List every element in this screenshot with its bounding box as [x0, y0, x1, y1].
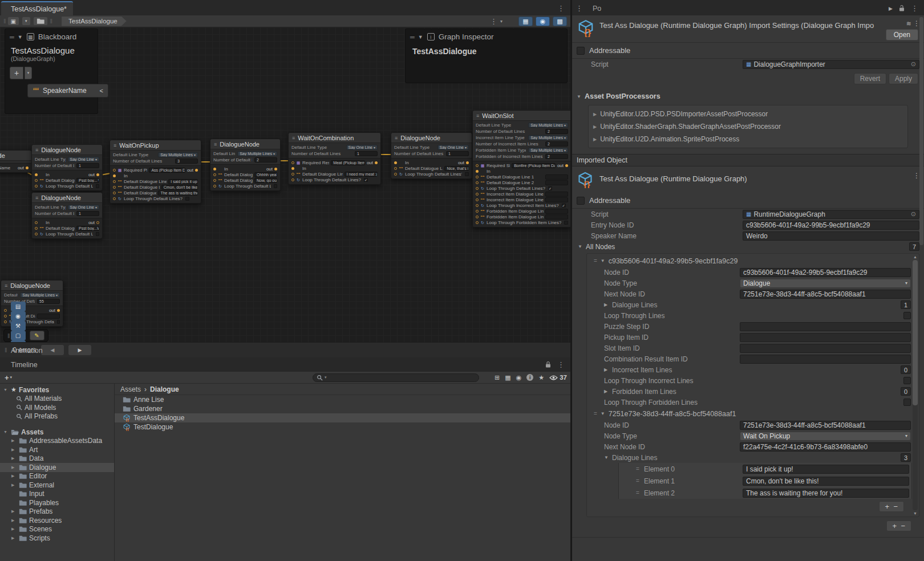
- graph-edge[interactable]: [379, 154, 392, 155]
- node-field-input[interactable]: 3: [175, 158, 198, 164]
- node-port-row[interactable]: Required Pickup Ass (Pickup Item Data) ⊙…: [110, 167, 201, 173]
- favorites-item[interactable]: All Prefabs: [0, 412, 114, 421]
- postprocessor-item[interactable]: ▶ UnityEditor.U2D.PSD.PSDImporterAssetPo…: [589, 108, 907, 120]
- node-port-row[interactable]: In ⊙ out: [32, 172, 102, 177]
- hidden-items-toggle[interactable]: 37: [549, 374, 567, 381]
- search-save-icon[interactable]: ◉: [516, 374, 522, 381]
- node-port-row[interactable]: In ⊙ out: [32, 219, 102, 225]
- node-field-dropdown[interactable]: Say Multiple Lines ▾: [158, 152, 198, 157]
- graph-tool-button[interactable]: [11, 302, 26, 311]
- object-picker-icon[interactable]: ⊙: [911, 210, 916, 218]
- create-asset-caret[interactable]: ▾: [10, 375, 13, 380]
- tree-folder-item[interactable]: ▶ Editor: [0, 472, 114, 481]
- filter-info-icon[interactable]: [526, 374, 533, 381]
- node-collapse-icon[interactable]: ≡: [114, 143, 116, 148]
- edit-graph-button[interactable]: [30, 331, 44, 340]
- node-entry-header[interactable]: = ▼ c93b5606-401f-49a2-99b5-9ecbf1fa9c29: [587, 255, 912, 267]
- node-title-bar[interactable]: ≡ DialogueNode: [391, 133, 472, 143]
- node-field-input[interactable]: 1: [446, 151, 469, 156]
- output-port-dot[interactable]: [96, 173, 99, 176]
- node-collapse-icon[interactable]: ≡: [395, 135, 398, 141]
- node-port-row[interactable]: Default Dialogue Line 2 Now, go out, . ⊙: [210, 177, 280, 183]
- node-field-dropdown[interactable]: Say One Line ▾: [68, 205, 99, 210]
- collapse-chevron-icon[interactable]: ▼: [18, 34, 23, 40]
- expand-arrow-icon[interactable]: ▶: [11, 518, 17, 523]
- toolbar-handle[interactable]: ‖: [7, 332, 9, 339]
- revert-button[interactable]: Revert: [854, 73, 886, 84]
- input-port-dot[interactable]: [213, 185, 216, 188]
- node-port-row[interactable]: Default Dialogue Line 1 Ohhhh yeah, ⊙: [210, 172, 280, 177]
- output-port-dot[interactable]: [466, 161, 469, 164]
- node-field-input[interactable]: 2: [254, 157, 277, 162]
- node-field-input[interactable]: 55: [37, 299, 60, 304]
- lock-icon[interactable]: [898, 5, 905, 12]
- foldout-arrow-icon[interactable]: ▶: [604, 389, 610, 394]
- add-variable-button[interactable]: +: [10, 67, 23, 79]
- port-checkbox[interactable]: [465, 172, 469, 176]
- node-field-dropdown[interactable]: Say Multiple Lines ▾: [528, 148, 568, 153]
- node-port-row[interactable]: In ⊙ out: [210, 166, 280, 172]
- drag-handle-icon[interactable]: =: [594, 258, 597, 264]
- output-port[interactable]: out: [187, 168, 198, 173]
- node-collapse-icon[interactable]: ≡: [5, 283, 7, 288]
- input-port-dot[interactable]: [213, 173, 216, 176]
- list-scrollbar[interactable]: ▲ ▼: [912, 255, 918, 515]
- addressable-checkbox[interactable]: [577, 197, 585, 205]
- input-port-dot[interactable]: [113, 186, 116, 189]
- property-field[interactable]: ▦ c93b5606-401f-49a2-99b5-9ecbf1fa9c29 ⊙: [743, 221, 919, 230]
- create-asset-button[interactable]: +: [5, 373, 9, 382]
- variable-expander-icon[interactable]: <: [100, 87, 103, 94]
- node-port-row[interactable]: Loop Through Default Lines? ⊙: [210, 183, 280, 189]
- presets-icon[interactable]: ≋: [906, 20, 911, 27]
- inspector-tab[interactable]: Po: [586, 1, 678, 15]
- all-nodes-count[interactable]: 7: [909, 242, 919, 251]
- input-port-dot[interactable]: [213, 179, 216, 182]
- drag-handle-icon[interactable]: =: [636, 478, 642, 484]
- port-checkbox[interactable]: [96, 232, 99, 236]
- input-port-dot[interactable]: [4, 315, 7, 318]
- input-port-dot[interactable]: [113, 174, 116, 177]
- node-property-checkbox[interactable]: [903, 377, 911, 384]
- node-field-input[interactable]: 1: [76, 211, 99, 216]
- input-port-dot[interactable]: [476, 198, 479, 201]
- port-value-input[interactable]: ⊙: [37, 314, 60, 319]
- tree-folder-item[interactable]: ▶ Playables: [0, 498, 114, 507]
- node-port-row[interactable]: Loop Through Default Lines? ⊙: [473, 185, 570, 191]
- favorites-item[interactable]: All Models: [0, 403, 114, 412]
- node-field-input[interactable]: 2: [545, 129, 568, 134]
- graph-node[interactable]: ≡ WaitOnCombination Default Line Type Sa…: [288, 132, 381, 185]
- node-port-row[interactable]: Default Dialogue Line 1 I said pick it u…: [110, 178, 201, 184]
- input-port-dot[interactable]: [476, 216, 479, 218]
- tree-folder-item[interactable]: ▶ Dialogue: [0, 463, 114, 472]
- node-field-dropdown[interactable]: Say Multiple Lines ▾: [237, 151, 277, 156]
- array-add-remove-buttons[interactable]: + −: [879, 501, 904, 512]
- assets-root[interactable]: ▼ Assets: [0, 428, 114, 437]
- foldout-arrow-icon[interactable]: ▶: [604, 302, 610, 307]
- node-collapse-icon[interactable]: ≡: [35, 147, 38, 153]
- array-add-remove-buttons[interactable]: + −: [886, 521, 911, 531]
- node-port-row[interactable]: Loop Through Default Lines? ⊙: [391, 171, 472, 177]
- tree-folder-item[interactable]: ▶ Prefabs: [0, 507, 114, 517]
- node-property-field[interactable]: c93b5606-401f-49a2-99b5-9ecbf1fa9c29: [740, 268, 911, 277]
- foldout-arrow-icon[interactable]: ▼: [601, 411, 605, 416]
- graph-tool-button[interactable]: [11, 331, 26, 340]
- node-field-input[interactable]: 2: [545, 141, 568, 147]
- node-type-dropdown[interactable]: Wait On Pickup ▾: [740, 432, 911, 441]
- minimap-toggle-button[interactable]: ▦: [518, 17, 533, 26]
- graph-options-icon[interactable]: ⋮: [490, 18, 497, 25]
- port-value-input[interactable]: ⊙: [545, 180, 568, 185]
- input-port-dot[interactable]: [35, 233, 38, 235]
- breadcrumb[interactable]: TestAssDialogue: [62, 17, 127, 26]
- drag-handle-icon[interactable]: ═: [410, 34, 414, 40]
- port-checkbox[interactable]: [57, 320, 60, 324]
- foldout-arrow-icon[interactable]: ▼: [578, 244, 583, 249]
- input-port-dot[interactable]: [476, 187, 479, 190]
- node-collapse-icon[interactable]: ≡: [214, 141, 217, 147]
- output-port-dot[interactable]: [26, 166, 29, 169]
- node-port-row[interactable]: Loop Through Incorrect Item Lines? ⊙: [473, 202, 570, 208]
- save-dropdown-button[interactable]: ▾: [22, 17, 31, 26]
- graph-canvas[interactable]: ≡ StartNode SpeakerName ⊙: [0, 27, 570, 342]
- output-port-dot[interactable]: [57, 309, 60, 312]
- node-port-row[interactable]: Default Dialogue Line 2 ⊙: [473, 180, 570, 185]
- node-port-row[interactable]: In ⊙: [110, 173, 201, 178]
